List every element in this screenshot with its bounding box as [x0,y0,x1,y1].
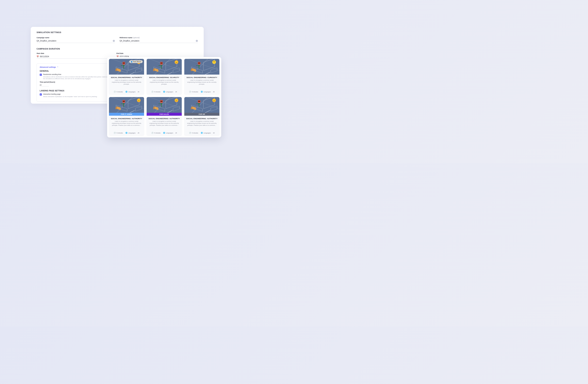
card-footer: 🕐 5 minutes 🌐 Languages: 25 [147,89,182,95]
randomize-checkbox[interactable] [40,74,42,76]
translate-icon: 🌐 [201,91,203,93]
languages-meta: 🌐 Languages: 25 [126,132,139,134]
translate-icon: 🌐 [126,91,127,93]
duration-meta: 🕐 5 minutes [114,91,123,93]
campaign-duration-title: CAMPAIGN DURATION [37,48,198,50]
card-description: Learn to recognise a common social engin… [111,121,142,129]
card-title: SOCIAL ENGINEERING: AUTHORITY [111,118,142,120]
interactive-landing-desc: Allows interactive explanation on the te… [43,96,97,98]
group-icon: 👥 [131,61,133,62]
angry-emoji-icon: 😠 [212,99,216,102]
angry-emoji-icon: 😠 [137,99,141,102]
training-cards-panel: 😠 👥Role Based SOCIAL ENGINEERING: AUTHOR… [107,57,221,138]
reference-name-value: Q4_DropBox_simulation [120,40,139,42]
duration-meta: 🕐 5 minutes [151,91,161,93]
languages-meta: 🌐 Languages: 25 [201,91,215,93]
chevron-up-icon: ⌃ [57,66,59,68]
training-card[interactable]: 😠 FOR HR SOCIAL ENGINEERING: AUTHORITY L… [184,97,219,136]
clock-icon: 🕐 [189,132,191,134]
campaign-name-input[interactable]: Q4_DropBox_simulation i [37,39,115,43]
card-body: SOCIAL ENGINEERING: CURIOSITY Learn to r… [184,75,219,89]
thinking-emoji-icon: 🤔 [212,60,216,64]
languages-meta: 🌐 Languages: 25 [126,91,139,93]
clock-icon: 🕐 [114,91,116,93]
card-body: SOCIAL ENGINEERING: SCARCITY Learn to re… [147,75,182,89]
card-title: SOCIAL ENGINEERING: SCARCITY [148,76,180,79]
role-strip: FOR SALES [147,113,182,116]
reference-name-label: Reference name (optional) [120,37,198,39]
card-footer: 🕐 5 minutes 🌐 Languages: 25 [184,89,219,95]
time-period-label: Time period (hours) [40,81,115,83]
card-title: SOCIAL ENGINEERING: CURIOSITY [186,76,218,79]
clock-icon: 🕐 [114,132,116,134]
card-description: Learn to recognise a common social engin… [186,79,218,88]
card-illustration: 🤔 [184,59,219,75]
card-illustration: 😠 [147,97,182,113]
card-body: SOCIAL ENGINEERING: AUTHORITY Learn to r… [109,75,144,89]
duration-meta: 🕐 5 minutes [189,132,198,134]
info-icon[interactable]: i [113,40,115,42]
card-illustration: 😠 [147,59,182,75]
campaign-name-group: Campaign name Q4_DropBox_simulation i [37,37,115,43]
randomize-desc: Simulations will be distributed to users… [43,76,115,80]
training-card[interactable]: 😠 FOR SALES SOCIAL ENGINEERING: AUTHORIT… [147,97,182,136]
info-icon[interactable]: i [196,40,198,42]
card-title: SOCIAL ENGINEERING: AUTHORITY [186,118,218,120]
languages-meta: 🌐 Languages: 25 [201,132,215,134]
card-title: SOCIAL ENGINEERING: AUTHORITY [148,118,180,120]
duration-meta: 🕐 5 minutes [151,132,161,134]
card-footer: 🕐 5 minutes 🌐 Languages: 25 [184,130,219,136]
card-description: Learn to recognise a common social engin… [148,121,180,129]
card-body: SOCIAL ENGINEERING: AUTHORITY Learn to r… [147,116,182,130]
campaign-name-value: Q4_DropBox_simulation [37,40,56,42]
languages-meta: 🌐 Languages: 25 [163,91,177,93]
role-strip: FOR IT ADMIN [109,113,144,116]
interactive-landing-checkbox[interactable] [40,93,42,96]
training-card[interactable]: 😠 👥Role Based SOCIAL ENGINEERING: AUTHOR… [109,59,144,95]
reference-name-group: Reference name (optional) Q4_DropBox_sim… [120,37,198,43]
card-title: SOCIAL ENGINEERING: AUTHORITY [111,76,142,79]
calendar-icon: 📅 [37,56,39,58]
card-footer: 🕐 5 minutes 🌐 Languages: 25 [147,130,182,136]
start-date-input[interactable]: 📅05/11/2024 [37,55,112,59]
translate-icon: 🌐 [201,132,203,134]
card-description: Learn to recognise a common social engin… [111,79,142,88]
training-card[interactable]: 🤔 SOCIAL ENGINEERING: CURIOSITY Learn to… [184,59,219,95]
clock-icon: 🕐 [151,91,153,93]
end-date-label: End date [116,52,192,54]
angry-emoji-icon: 😠 [175,99,178,102]
start-date-label: Start date [37,52,112,54]
duration-meta: 🕐 5 minutes [114,132,123,134]
card-body: SOCIAL ENGINEERING: AUTHORITY Learn to r… [109,116,144,130]
languages-meta: 🌐 Languages: 25 [163,132,177,134]
role-based-badge: 👥Role Based [129,60,143,63]
duration-meta: 🕐 5 minutes [189,91,198,93]
reference-name-input[interactable]: Q4_DropBox_simulation i [120,39,198,43]
card-illustration: 😠 [109,97,144,113]
start-date-group: Start date 📅05/11/2024 [37,52,112,59]
card-description: Learn to recognise a common social engin… [148,79,180,88]
clock-icon: 🕐 [189,91,191,93]
card-description: Learn to recognise a common social engin… [186,121,218,129]
clock-icon: 🕐 [151,132,153,134]
translate-icon: 🌐 [163,132,165,134]
translate-icon: 🌐 [163,91,165,93]
angry-emoji-icon: 😠 [175,60,178,64]
training-card[interactable]: 😠 FOR IT ADMIN SOCIAL ENGINEERING: AUTHO… [109,97,144,136]
settings-title: SIMULATION SETTINGS [37,31,198,33]
interactive-landing-label: Interactive landing page [43,93,97,95]
card-footer: 🕐 5 minutes 🌐 Languages: 25 [109,89,144,95]
card-body: SOCIAL ENGINEERING: AUTHORITY Learn to r… [184,116,219,130]
card-illustration: 😠 👥Role Based [109,59,144,75]
translate-icon: 🌐 [126,132,127,134]
time-period-input[interactable]: 24 [40,84,49,86]
card-footer: 🕐 5 minutes 🌐 Languages: 25 [109,130,144,136]
training-card[interactable]: 😠 SOCIAL ENGINEERING: SCARCITY Learn to … [147,59,182,95]
card-illustration: 😠 [184,97,219,113]
randomize-label: Randomize sending time [43,74,115,76]
campaign-name-label: Campaign name [37,37,115,39]
role-strip: FOR HR [184,113,219,116]
